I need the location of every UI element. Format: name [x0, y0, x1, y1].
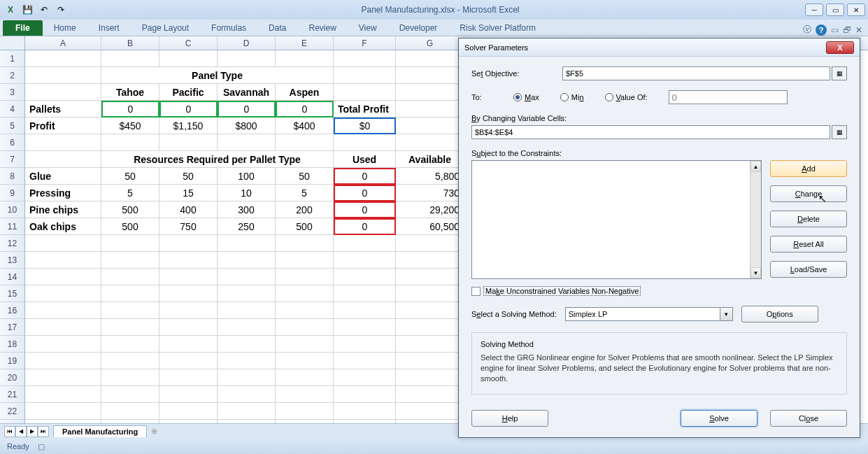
- ribbon-close-icon[interactable]: ✕: [855, 25, 862, 35]
- cell[interactable]: [334, 134, 396, 151]
- tab-nav-next[interactable]: ▶: [27, 426, 38, 437]
- cell[interactable]: [218, 235, 276, 252]
- cell[interactable]: [396, 403, 464, 420]
- profit-label[interactable]: Profit: [25, 118, 101, 134]
- resource-val[interactable]: 5: [276, 185, 334, 201]
- cell[interactable]: [218, 403, 276, 420]
- available-cell[interactable]: 730: [396, 185, 464, 201]
- ribbon-restore-icon[interactable]: 🗗: [843, 25, 851, 35]
- nonneg-checkbox[interactable]: [471, 287, 481, 296]
- scroll-down-icon[interactable]: ▼: [750, 267, 761, 278]
- cell[interactable]: [334, 403, 396, 420]
- resource-val[interactable]: 50: [276, 168, 334, 185]
- row-header-12[interactable]: 12: [0, 235, 24, 252]
- constraints-listbox[interactable]: ▲ ▼: [471, 160, 762, 279]
- cell[interactable]: [334, 235, 396, 252]
- cell[interactable]: [276, 269, 334, 285]
- cell[interactable]: [218, 50, 276, 67]
- changing-range-button[interactable]: ▦: [832, 125, 847, 139]
- cell[interactable]: [159, 235, 218, 252]
- cell[interactable]: [396, 235, 464, 252]
- row-header-6[interactable]: 6: [0, 134, 24, 151]
- tab-nav-last[interactable]: ⏭: [38, 426, 49, 437]
- help-button[interactable]: Help: [471, 410, 548, 427]
- cells-grid[interactable]: Panel TypeTahoePacificSavannahAspenPalle…: [25, 50, 464, 453]
- cell[interactable]: [334, 302, 396, 319]
- row-header-16[interactable]: 16: [0, 302, 24, 319]
- resource-name[interactable]: Oak chips: [25, 218, 101, 235]
- resource-val[interactable]: 500: [276, 218, 334, 235]
- listbox-scrollbar[interactable]: ▲ ▼: [750, 161, 761, 278]
- cell[interactable]: [25, 252, 101, 269]
- cell[interactable]: [334, 336, 396, 353]
- cell[interactable]: [218, 269, 276, 285]
- tab-review[interactable]: Review: [297, 20, 347, 36]
- resource-val[interactable]: 250: [218, 218, 276, 235]
- row-header-4[interactable]: 4: [0, 101, 24, 118]
- restore-button[interactable]: ▭: [826, 3, 844, 16]
- cell[interactable]: [276, 353, 334, 369]
- row-header-17[interactable]: 17: [0, 319, 24, 336]
- row-header-1[interactable]: 1: [0, 50, 24, 67]
- sheet-tab[interactable]: Panel Manufacturing: [53, 425, 147, 437]
- row-header-15[interactable]: 15: [0, 285, 24, 302]
- cell[interactable]: [218, 386, 276, 403]
- resource-val[interactable]: 10: [218, 185, 276, 201]
- cell[interactable]: [25, 353, 101, 369]
- select-all-corner[interactable]: [0, 36, 25, 50]
- objective-range-button[interactable]: ▦: [832, 66, 847, 80]
- profit-cell[interactable]: $1,150: [159, 118, 218, 134]
- row-header-14[interactable]: 14: [0, 269, 24, 285]
- cell[interactable]: [25, 302, 101, 319]
- redo-icon[interactable]: ↷: [53, 2, 69, 17]
- cell[interactable]: [159, 252, 218, 269]
- used-cell[interactable]: 0: [334, 185, 396, 201]
- cell[interactable]: [101, 50, 159, 67]
- cell[interactable]: [25, 336, 101, 353]
- tab-risk-solver[interactable]: Risk Solver Platform: [448, 20, 547, 36]
- resource-name[interactable]: Pressing: [25, 185, 101, 201]
- used-cell[interactable]: 0: [334, 168, 396, 185]
- cell[interactable]: [396, 319, 464, 336]
- cell[interactable]: [101, 302, 159, 319]
- cell[interactable]: [218, 302, 276, 319]
- resource-val[interactable]: 5: [101, 185, 159, 201]
- cell[interactable]: [276, 235, 334, 252]
- change-button[interactable]: Change: [770, 185, 847, 202]
- cell[interactable]: [101, 235, 159, 252]
- cell[interactable]: [276, 134, 334, 151]
- cell[interactable]: [101, 269, 159, 285]
- help-icon[interactable]: ?: [816, 24, 827, 36]
- resource-name[interactable]: Glue: [25, 168, 101, 185]
- reset-button[interactable]: Reset All: [770, 236, 847, 253]
- col-header-D[interactable]: D: [218, 36, 276, 50]
- cell[interactable]: [276, 319, 334, 336]
- resource-val[interactable]: 750: [159, 218, 218, 235]
- cell[interactable]: [396, 101, 464, 118]
- available-cell[interactable]: 5,800: [396, 168, 464, 185]
- product-header[interactable]: Pacific: [159, 84, 218, 101]
- tab-developer[interactable]: Developer: [388, 20, 449, 36]
- cell[interactable]: [25, 67, 101, 84]
- cell[interactable]: [276, 252, 334, 269]
- product-header[interactable]: Aspen: [276, 84, 334, 101]
- row-header-9[interactable]: 9: [0, 185, 24, 201]
- cell[interactable]: [101, 369, 159, 386]
- minimize-button[interactable]: ─: [805, 3, 823, 16]
- cell[interactable]: [218, 353, 276, 369]
- used-cell[interactable]: 0: [334, 218, 396, 235]
- cell[interactable]: [159, 336, 218, 353]
- cell[interactable]: [159, 50, 218, 67]
- cell[interactable]: [218, 336, 276, 353]
- cell[interactable]: [276, 50, 334, 67]
- cell[interactable]: [25, 403, 101, 420]
- minimize-ribbon-icon[interactable]: ▭: [831, 25, 839, 35]
- cell[interactable]: [101, 403, 159, 420]
- resource-val[interactable]: 50: [101, 168, 159, 185]
- close-button[interactable]: Close: [770, 410, 847, 427]
- cell[interactable]: [101, 252, 159, 269]
- cell[interactable]: [25, 285, 101, 302]
- cell[interactable]: [396, 269, 464, 285]
- tab-formulas[interactable]: Formulas: [200, 20, 257, 36]
- cell[interactable]: [101, 319, 159, 336]
